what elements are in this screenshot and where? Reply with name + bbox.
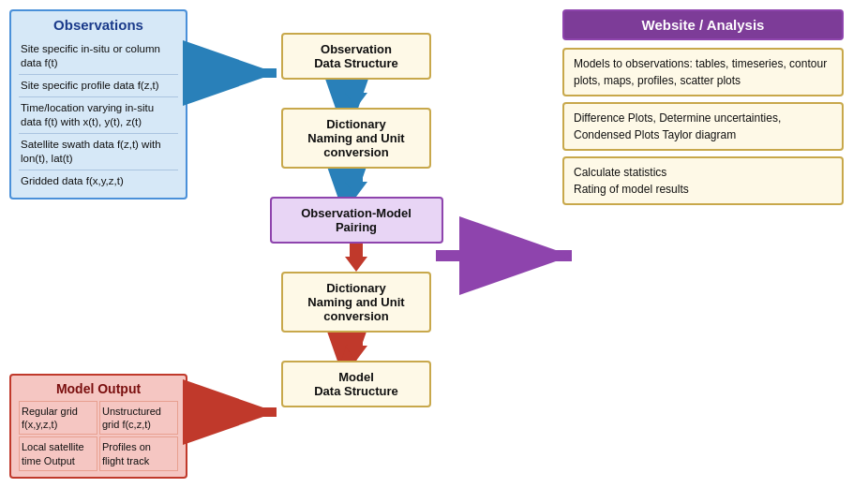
center-column: ObservationData Structure DictionaryNami… [262, 9, 450, 407]
analysis-item-3: Calculate statisticsRating of model resu… [562, 156, 844, 205]
obs-item-5: Gridded data f(x,y,z,t) [19, 170, 178, 192]
obs-model-pairing-label: Observation-Model Pairing [301, 206, 412, 234]
dict-naming-bottom-label: DictionaryNaming and Unit conversion [307, 281, 404, 323]
observations-box: Observations Site specific in-situ or co… [9, 9, 187, 200]
arrow-down-3 [345, 257, 367, 272]
dict-naming-top-box: DictionaryNaming and Unit conversion [281, 108, 431, 169]
left-column: Observations Site specific in-situ or co… [9, 9, 187, 479]
diagram: Observations Site specific in-situ or co… [0, 0, 868, 488]
model-data-structure-label: ModelData Structure [314, 370, 398, 398]
arrow-stem-2 [350, 169, 363, 182]
obs-data-structure-box: ObservationData Structure [281, 33, 431, 80]
website-title-label: Website / Analysis [642, 17, 765, 33]
model-data-structure-box: ModelData Structure [281, 361, 431, 407]
obs-model-pairing-box: Observation-Model Pairing [270, 197, 443, 244]
model-item-4: Profiles on flight track [99, 436, 178, 471]
arrow-down-2 [345, 182, 367, 197]
model-output-box: Model Output Regular grid f(x,y,z,t) Uns… [9, 374, 187, 479]
obs-item-3: Time/location varying in-situ data f(t) … [19, 97, 178, 134]
obs-item-1: Site specific in-situ or column data f(t… [19, 38, 178, 75]
arrow-down-1 [345, 93, 367, 108]
arrow-stem-3 [350, 244, 363, 257]
arrow-stem-1 [350, 80, 363, 93]
model-item-2: Unstructured grid f(c,z,t) [99, 401, 178, 436]
model-grid: Regular grid f(x,y,z,t) Unstructured gri… [19, 401, 178, 471]
right-column: Website / Analysis Models to observation… [562, 9, 844, 205]
analysis-item-1: Models to observations: tables, timeseri… [562, 48, 844, 96]
arrow-stem-4 [350, 333, 363, 346]
arrow-down-4 [345, 346, 367, 361]
analysis-item-2: Difference Plots, Determine uncertaintie… [562, 102, 844, 151]
model-item-1: Regular grid f(x,y,z,t) [19, 401, 97, 436]
obs-data-structure-label: ObservationData Structure [314, 42, 398, 70]
obs-item-4: Satellite swath data f(z,t) with lon(t),… [19, 134, 178, 170]
dict-naming-bottom-box: DictionaryNaming and Unit conversion [281, 272, 431, 333]
dict-naming-top-label: DictionaryNaming and Unit conversion [307, 117, 404, 159]
observations-title: Observations [19, 17, 178, 33]
model-item-3: Local satellite time Output [19, 436, 97, 471]
obs-item-2: Site specific profile data f(z,t) [19, 75, 178, 97]
website-title-box: Website / Analysis [562, 9, 844, 40]
model-output-title: Model Output [19, 381, 178, 396]
